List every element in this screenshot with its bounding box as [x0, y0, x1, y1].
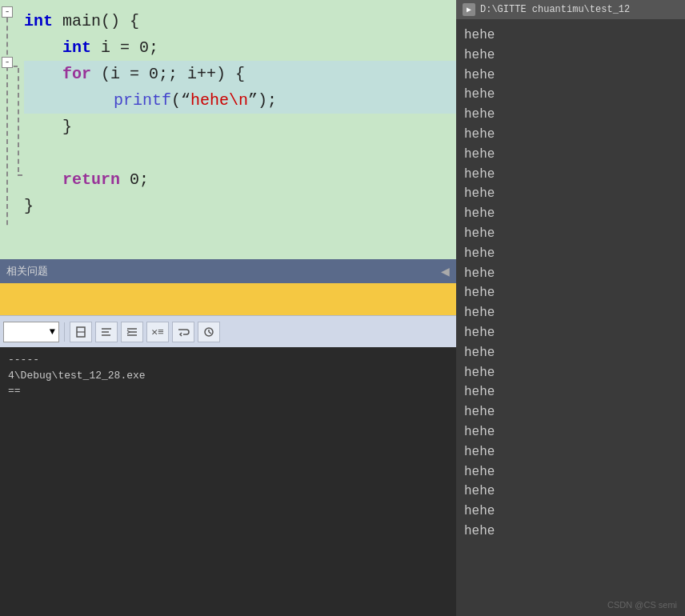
hehe-line-15: hehe	[464, 303, 677, 323]
hehe-line-10: hehe	[464, 204, 677, 224]
code-line-2: int i = 0;	[24, 34, 456, 61]
collapse-btn-2[interactable]: -	[2, 57, 13, 68]
hehe-line-16: hehe	[464, 323, 677, 343]
hehe-line-22: hehe	[464, 442, 677, 462]
code-decorators: - -	[0, 0, 22, 227]
code-paren-close: ”);	[248, 87, 277, 114]
hehe-line-24: hehe	[464, 482, 677, 502]
code-line-3: for (i = 0;; i++) {	[24, 61, 456, 87]
terminal-titlebar: ▶ D:\GITTE chuantimu\test_12	[456, 0, 685, 19]
hehe-line-7: hehe	[464, 145, 677, 165]
hehe-line-3: hehe	[464, 66, 677, 86]
toolbar-btn-unindent[interactable]: ✕≡	[146, 322, 169, 342]
collapse-btn-1[interactable]: -	[2, 6, 13, 18]
hehe-line-12: hehe	[464, 244, 677, 264]
code-text: main() {	[53, 8, 139, 34]
hehe-line-4: hehe	[464, 85, 677, 105]
hehe-line-14: hehe	[464, 283, 677, 303]
hehe-line-11: hehe	[464, 224, 677, 244]
code-area: - - int main() { int i = 0;	[0, 0, 456, 227]
code-paren-open: (“	[171, 87, 190, 114]
hehe-line-2: hehe	[464, 46, 677, 66]
hehe-line-20: hehe	[464, 402, 677, 422]
terminal-icon: ▶	[463, 3, 475, 16]
align-left-icon	[100, 326, 113, 338]
hehe-line-9: hehe	[464, 184, 677, 204]
hehe-line-25: hehe	[464, 502, 677, 522]
hehe-line-26: hehe	[464, 522, 677, 542]
output-line-2: 4\Debug\test_12_28.exe	[8, 368, 448, 384]
svg-line-10	[209, 332, 211, 334]
related-bar: 相关问题 ◀	[0, 259, 456, 283]
related-arrow-icon[interactable]: ◀	[441, 265, 450, 278]
right-panel: ▶ D:\GITTE chuantimu\test_12 hehe hehe h…	[456, 0, 685, 616]
related-label: 相关问题	[6, 264, 48, 278]
toolbar-btn-align-left[interactable]	[95, 322, 118, 342]
warning-bar	[0, 283, 456, 315]
toolbar-separator-1	[64, 322, 65, 342]
terminal-title: D:\GITTE chuantimu\test_12	[480, 4, 630, 15]
code-editor: - - int main() { int i = 0;	[0, 0, 456, 259]
code-brace-close: }	[62, 114, 72, 140]
code-line-7: return 0;	[24, 166, 456, 193]
hehe-line-1: hehe	[464, 26, 677, 46]
code-text-7: 0;	[120, 166, 149, 193]
code-line-4: printf (“ hehe\n ”);	[24, 87, 456, 114]
hehe-line-18: hehe	[464, 363, 677, 383]
code-text-3: (i = 0;; i++) {	[91, 61, 245, 87]
keyword-for: for	[62, 61, 91, 87]
terminal-body: hehe hehe hehe hehe hehe hehe hehe hehe …	[456, 19, 685, 616]
code-line-8: }	[24, 193, 456, 219]
code-line-1: int main() {	[24, 8, 456, 34]
toolbar-btn-clock[interactable]	[198, 322, 220, 342]
code-brace-close-2: }	[24, 193, 34, 219]
hehe-line-17: hehe	[464, 343, 677, 363]
clock-icon	[202, 326, 215, 338]
toolbar-dropdown[interactable]: ▼	[3, 322, 59, 342]
output-area: ----- 4\Debug\test_12_28.exe ==	[0, 347, 456, 616]
hehe-line-21: hehe	[464, 422, 677, 442]
hehe-line-19: hehe	[464, 382, 677, 402]
vert-dashed-line-1	[6, 18, 8, 227]
hehe-line-8: hehe	[464, 165, 677, 185]
code-line-6	[24, 140, 456, 166]
code-text-2: i = 0;	[91, 34, 158, 61]
hehe-line-6: hehe	[464, 125, 677, 145]
keyword-int-2: int	[62, 34, 91, 61]
toolbar-btn-bookmark[interactable]	[70, 322, 92, 342]
hehe-line-5: hehe	[464, 105, 677, 125]
output-line-3: ==	[8, 383, 448, 399]
toolbar-btn-indent[interactable]	[121, 322, 143, 342]
fn-printf: printf	[114, 87, 171, 114]
bookmark-icon	[74, 326, 87, 338]
toolbar: ▼ ✕≡	[0, 315, 456, 347]
hehe-line-23: hehe	[464, 462, 677, 482]
code-lines-container: int main() { int i = 0; for (i = 0;; i++…	[0, 8, 456, 219]
string-hehe: hehe\n	[190, 87, 248, 114]
indent-icon	[126, 326, 138, 338]
code-line-5: }	[24, 114, 456, 140]
keyword-int: int	[24, 8, 53, 34]
output-line-1: -----	[8, 352, 448, 368]
wrap-icon	[177, 326, 190, 338]
left-panel: - - int main() { int i = 0;	[0, 0, 456, 616]
dropdown-arrow-icon: ▼	[50, 326, 55, 338]
horiz-dashed-line-2	[18, 174, 22, 176]
keyword-return: return	[62, 166, 120, 193]
toolbar-btn-wrap[interactable]	[172, 322, 194, 342]
vert-dashed-line-2	[18, 68, 19, 172]
terminal-watermark: CSDN @CS semi	[607, 600, 677, 610]
hehe-line-13: hehe	[464, 264, 677, 284]
